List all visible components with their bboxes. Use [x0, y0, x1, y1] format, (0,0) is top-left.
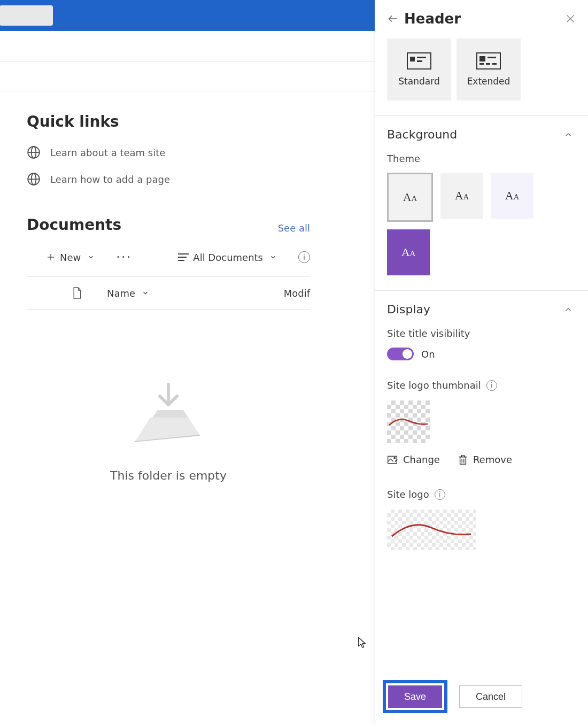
chevron-down-icon [142, 289, 149, 297]
visibility-value: On [421, 349, 435, 360]
chevron-down-icon [269, 253, 277, 261]
section-display[interactable]: Display [375, 291, 588, 319]
theme-option-2[interactable]: AA [440, 173, 483, 219]
panel-title: Header [404, 11, 559, 27]
view-label: All Documents [193, 252, 263, 263]
cancel-button[interactable]: Cancel [459, 685, 522, 708]
layout-standard[interactable]: Standard [387, 38, 451, 101]
quicklink-label: Learn how to add a page [50, 174, 170, 185]
settings-panel: Header Standard Extended Background Them… [375, 0, 588, 725]
change-label: Change [403, 454, 440, 465]
info-icon[interactable]: i [486, 380, 497, 391]
back-arrow-icon[interactable] [387, 13, 399, 25]
chevron-up-icon [563, 130, 573, 140]
theme-option-3[interactable]: AA [491, 173, 533, 219]
column-modified[interactable]: Modif [284, 288, 310, 299]
more-actions-button[interactable]: ··· [116, 250, 131, 265]
svg-marker-9 [135, 418, 199, 441]
section-title: Display [387, 303, 430, 316]
section-background[interactable]: Background [375, 116, 588, 144]
globe-icon [27, 145, 41, 159]
file-icon [72, 287, 82, 299]
visibility-label: Site title visibility [387, 328, 576, 339]
empty-folder-icon [126, 379, 211, 454]
layout-label: Extended [467, 76, 510, 87]
visibility-toggle[interactable] [387, 348, 414, 360]
close-icon[interactable] [564, 13, 576, 25]
quicklink-label: Learn about a team site [50, 147, 165, 158]
search-input[interactable] [0, 5, 53, 26]
layout-extended[interactable]: Extended [457, 38, 521, 101]
empty-text: This folder is empty [110, 469, 227, 482]
quicklink-item[interactable]: Learn about a team site [27, 145, 310, 159]
list-icon [178, 253, 189, 261]
remove-logo-button[interactable]: Remove [458, 454, 512, 465]
svg-point-15 [394, 457, 396, 459]
info-icon[interactable]: i [298, 251, 310, 263]
quicklink-item[interactable]: Learn how to add a page [27, 172, 310, 186]
see-all-link[interactable]: See all [278, 222, 310, 234]
remove-label: Remove [473, 454, 512, 465]
trash-icon [458, 454, 468, 465]
thumb-label: Site logo thumbnail [387, 380, 481, 391]
theme-option-1[interactable]: AA [387, 173, 433, 222]
layout-extended-icon [476, 52, 501, 70]
change-logo-button[interactable]: Change [387, 454, 440, 465]
documents-heading: Documents [27, 216, 121, 234]
new-label: New [60, 252, 81, 263]
logo-thumbnail [387, 400, 430, 443]
site-logo-preview [387, 510, 476, 550]
chevron-up-icon [563, 305, 573, 314]
theme-label: Theme [387, 153, 576, 164]
sitelogo-label: Site logo [387, 489, 429, 500]
globe-icon [27, 172, 41, 186]
new-button[interactable]: New [46, 252, 95, 263]
image-edit-icon [387, 455, 398, 465]
save-button[interactable]: Save [388, 685, 442, 708]
layout-standard-icon [407, 52, 431, 70]
column-name[interactable]: Name [107, 288, 149, 299]
info-icon[interactable]: i [435, 489, 445, 500]
layout-label: Standard [398, 76, 439, 87]
empty-state: This folder is empty [27, 379, 310, 482]
section-title: Background [387, 128, 457, 141]
save-highlight: Save [383, 680, 447, 713]
cursor-pointer-icon [357, 636, 367, 651]
plus-icon [46, 252, 56, 262]
table-header-row: Name Modif [27, 277, 310, 310]
chevron-down-icon [87, 253, 95, 261]
theme-option-4[interactable]: AA [387, 229, 430, 275]
view-selector[interactable]: All Documents [178, 252, 277, 263]
svg-rect-16 [460, 457, 466, 464]
quicklinks-heading: Quick links [27, 113, 310, 130]
